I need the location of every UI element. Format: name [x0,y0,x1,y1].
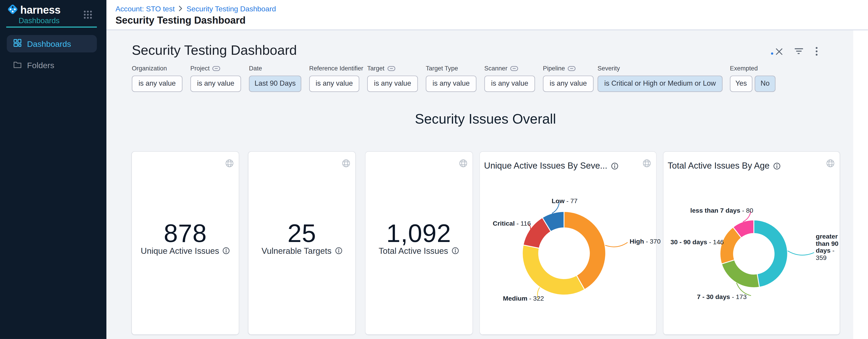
donut-label-less-than-7-days: less than 7 days - 80 [690,207,753,214]
filter-label-target: Target [367,65,395,72]
stat-value: 25 [248,219,355,248]
scrollbar-gutter[interactable] [853,30,868,339]
filter-toggle-no[interactable]: No [754,76,775,92]
topbar: Account: STO test Security Testing Dashb… [106,0,868,30]
sidebar-item-folders[interactable]: Folders [7,56,97,74]
stat-label: Total Active Issues [365,246,472,255]
donut-label-30-90-days: 30 - 90 days - 146 [671,238,724,246]
cursor-dot [771,53,773,55]
filter-label-target-type: Target Type [426,65,458,72]
sidebar-item-dashboards[interactable]: Dashboards [7,35,97,53]
stat-label: Vulnerable Targets [248,246,355,255]
filter-toggle-yes[interactable]: Yes [730,76,752,92]
section-title: Security Issues Overall [132,111,839,127]
link-icon [212,66,220,70]
kebab-menu-icon[interactable] [810,45,824,58]
filter-value-project[interactable]: is any value [190,76,241,92]
filter-value-scanner[interactable]: is any value [484,76,535,92]
link-icon [387,66,395,70]
info-icon[interactable] [222,247,230,254]
stat-value: 1,092 [365,219,472,248]
close-icon[interactable] [772,45,786,58]
harness-logo[interactable]: harness [7,4,61,16]
filter-icon[interactable] [792,45,805,58]
harness-logo-icon [7,3,19,17]
dashboard-title: Security Testing Dashboard [132,42,297,58]
breadcrumb: Account: STO test Security Testing Dashb… [116,4,276,12]
sidebar-item-label: Folders [27,61,54,70]
info-icon[interactable] [335,247,342,254]
donut-label-low: Low - 77 [552,197,578,205]
module-switcher-icon[interactable] [83,10,92,22]
filter-value-target-type[interactable]: is any value [426,76,476,92]
page-title: Security Testing Dashboard [116,15,246,27]
filter-value-target[interactable]: is any value [367,76,418,92]
filter-label-project: Project [190,65,220,72]
filter-label-scanner: Scanner [484,65,518,72]
filter-label-date: Date [249,65,262,72]
sidebar: harness Dashboards DashboardsFolders [0,0,106,339]
chart-card-age: Total Active Issues By Agegreater than 9… [663,152,839,335]
sidebar-item-label: Dashboards [27,39,71,48]
chart-card-severity: Unique Active Issues By Seve...High - 37… [479,152,656,335]
dashboard-panel: Security Testing Dashboard Organizationi… [106,30,853,339]
dashboards-grid-icon [13,39,22,49]
filter-value-reference-identifier[interactable]: is any value [309,76,359,92]
link-icon [568,66,576,70]
breadcrumb-dashboard[interactable]: Security Testing Dashboard [186,4,276,13]
filter-value-date[interactable]: Last 90 Days [249,76,301,92]
app-window: harness Dashboards DashboardsFolders Acc… [0,0,868,339]
donut-label-7-30-days: 7 - 30 days - 173 [697,293,747,301]
donut-label-medium: Medium - 322 [503,295,544,302]
stat-card-vulnerable-targets: 25Vulnerable Targets [248,152,355,335]
filter-value-organization[interactable]: is any value [132,76,182,92]
breadcrumb-account[interactable]: Account: STO test [116,4,175,13]
link-icon [510,66,518,70]
donut-label-critical: Critical - 116 [493,220,531,227]
chevron-right-icon [179,6,183,11]
globe-icon[interactable] [225,159,234,167]
stat-label: Unique Active Issues [132,246,239,255]
filter-label-reference-identifier: Reference Identifier [309,65,363,72]
folder-icon [13,60,22,70]
filter-label-severity: Severity [597,65,620,72]
donut-label-high: High - 370 [629,238,660,245]
filter-label-exempted: Exempted [730,65,758,72]
info-icon[interactable] [452,247,459,254]
stat-card-unique-active-issues: 878Unique Active Issues [132,152,239,335]
donut-chart[interactable] [479,152,656,335]
globe-icon[interactable] [342,159,350,167]
filter-label-organization: Organization [132,65,167,72]
module-divider [6,27,97,28]
donut-label-greater-than-90-days: greater than 90 days - 359 [816,233,842,261]
filter-value-severity[interactable]: is Critical or High or Medium or Low [597,76,722,92]
filter-label-pipeline: Pipeline [543,65,576,72]
module-label: Dashboards [19,16,60,25]
brand-wordmark: harness [20,4,60,16]
globe-icon[interactable] [459,159,467,167]
filter-value-pipeline[interactable]: is any value [543,76,593,92]
stat-card-total-active-issues: 1,092Total Active Issues [365,152,472,335]
stat-value: 878 [132,219,239,248]
